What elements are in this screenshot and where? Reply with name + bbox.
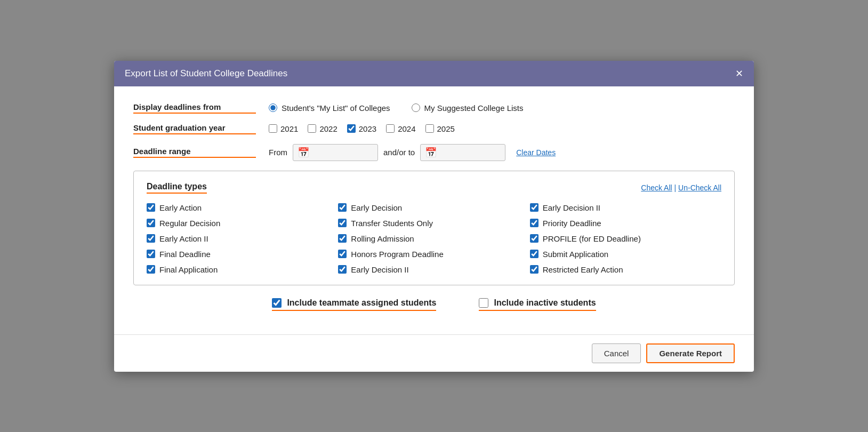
year-2021-input[interactable] <box>269 124 277 133</box>
dt-early-action: Early Action <box>147 203 338 212</box>
year-2023-input[interactable] <box>347 124 356 133</box>
radio-my-list-input[interactable] <box>269 103 277 112</box>
dt-honors-program-label: Honors Program Deadline <box>351 250 443 259</box>
dt-submit-application: Submit Application <box>530 250 721 259</box>
dt-rolling-admission-input[interactable] <box>338 234 347 243</box>
dt-honors-program: Honors Program Deadline <box>338 250 529 259</box>
date-from-input[interactable] <box>312 148 366 157</box>
dt-early-decision-ii-col2: Early Decision II <box>338 265 529 274</box>
year-2022-input[interactable] <box>308 124 316 133</box>
dt-rolling-admission: Rolling Admission <box>338 234 529 243</box>
deadline-types-box: Deadline types Check All | Un-Check All … <box>133 171 735 285</box>
modal-body: Display deadlines from Student's "My Lis… <box>114 86 754 334</box>
dt-early-action-ii-label: Early Action II <box>159 234 208 243</box>
dt-early-decision-ii-col3-label: Early Decision II <box>543 203 600 212</box>
graduation-year-options: 2021 2022 2023 2024 2025 <box>269 124 455 133</box>
year-2023-label: 2023 <box>359 124 376 133</box>
year-2024-label: 2024 <box>398 124 415 133</box>
dt-early-decision-input[interactable] <box>338 203 347 212</box>
year-2025-input[interactable] <box>425 124 434 133</box>
year-2021-label: 2021 <box>280 124 298 133</box>
dt-final-application-input[interactable] <box>147 265 155 274</box>
deadline-types-col1: Early Action Regular Decision Early Acti… <box>147 203 338 274</box>
dt-early-action-label: Early Action <box>159 203 202 212</box>
include-teammate-underline <box>272 310 436 311</box>
dt-regular-decision-input[interactable] <box>147 219 155 227</box>
check-all-links: Check All | Un-Check All <box>641 183 721 192</box>
dt-final-deadline-input[interactable] <box>147 250 155 258</box>
date-to-input[interactable] <box>440 148 493 157</box>
and-or-to-label: and/or to <box>383 148 415 157</box>
dt-rolling-admission-label: Rolling Admission <box>351 234 414 243</box>
dt-honors-program-input[interactable] <box>338 250 347 258</box>
date-to-input-wrap: 📅 <box>420 144 505 161</box>
year-2024[interactable]: 2024 <box>386 124 415 133</box>
dt-profile-ed-label: PROFILE (for ED Deadline) <box>543 234 641 243</box>
modal-container: Export List of Student College Deadlines… <box>114 61 754 372</box>
dt-early-action-input[interactable] <box>147 203 155 212</box>
display-deadlines-options: Student's "My List" of Colleges My Sugge… <box>269 103 524 113</box>
deadline-range-label: Deadline range <box>133 147 256 158</box>
dt-early-decision-label: Early Decision <box>351 203 402 212</box>
check-all-link[interactable]: Check All <box>641 183 672 192</box>
modal-header: Export List of Student College Deadlines… <box>114 61 754 86</box>
include-inactive-label: Include inactive students <box>494 298 596 308</box>
dt-profile-ed-input[interactable] <box>530 234 539 243</box>
dt-early-decision-ii-col3-input[interactable] <box>530 203 539 212</box>
dt-early-action-ii-input[interactable] <box>147 234 155 243</box>
radio-suggested-input[interactable] <box>412 103 420 112</box>
include-teammate-row: Include teammate assigned students <box>272 298 436 308</box>
include-inactive-input[interactable] <box>479 298 488 308</box>
dt-submit-application-label: Submit Application <box>543 250 608 259</box>
calendar-to-icon: 📅 <box>425 147 437 158</box>
year-2023[interactable]: 2023 <box>347 124 376 133</box>
year-2025-label: 2025 <box>437 124 455 133</box>
radio-my-list[interactable]: Student's "My List" of Colleges <box>269 103 390 113</box>
deadline-types-grid: Early Action Regular Decision Early Acti… <box>147 203 721 274</box>
dt-transfer-students-input[interactable] <box>338 219 347 227</box>
modal-title: Export List of Student College Deadlines <box>125 68 287 79</box>
year-2022[interactable]: 2022 <box>308 124 337 133</box>
modal-footer: Cancel Generate Report <box>114 334 754 372</box>
dt-submit-application-input[interactable] <box>530 250 539 258</box>
graduation-year-label: Student graduation year <box>133 123 256 134</box>
dt-priority-deadline: Priority Deadline <box>530 219 721 228</box>
dt-priority-deadline-label: Priority Deadline <box>543 219 601 228</box>
dt-early-decision-ii-col2-input[interactable] <box>338 265 347 274</box>
dt-final-deadline-label: Final Deadline <box>159 250 211 259</box>
deadline-types-col2: Early Decision Transfer Students Only Ro… <box>338 203 529 274</box>
date-from-input-wrap: 📅 <box>293 144 378 161</box>
radio-suggested[interactable]: My Suggested College Lists <box>412 103 524 113</box>
deadline-types-col3: Early Decision II Priority Deadline PROF… <box>530 203 721 274</box>
dt-regular-decision-label: Regular Decision <box>159 219 220 228</box>
uncheck-all-link[interactable]: Un-Check All <box>678 183 721 192</box>
dt-early-decision-ii-col2-label: Early Decision II <box>351 265 408 274</box>
graduation-year-row: Student graduation year 2021 2022 2023 2… <box>133 123 735 134</box>
radio-suggested-label: My Suggested College Lists <box>424 103 524 113</box>
dt-early-decision: Early Decision <box>338 203 529 212</box>
year-2024-input[interactable] <box>386 124 395 133</box>
dt-final-application-label: Final Application <box>159 265 218 274</box>
dt-priority-deadline-input[interactable] <box>530 219 539 227</box>
deadline-range-row: Deadline range From 📅 and/or to 📅 Clear … <box>133 144 735 161</box>
include-teammate-item: Include teammate assigned students <box>272 298 436 311</box>
cancel-button[interactable]: Cancel <box>592 343 641 363</box>
year-2025[interactable]: 2025 <box>425 124 455 133</box>
include-inactive-row: Include inactive students <box>479 298 596 308</box>
bottom-checkboxes: Include teammate assigned students Inclu… <box>133 298 735 311</box>
dt-restricted-early-action-input[interactable] <box>530 265 539 274</box>
generate-report-button[interactable]: Generate Report <box>646 343 735 363</box>
dt-transfer-students: Transfer Students Only <box>338 219 529 228</box>
dt-restricted-early-action-label: Restricted Early Action <box>543 265 623 274</box>
include-inactive-underline <box>479 310 596 311</box>
include-teammate-label: Include teammate assigned students <box>287 298 436 308</box>
include-teammate-input[interactable] <box>272 298 282 308</box>
close-button[interactable]: ✕ <box>735 69 743 78</box>
clear-dates-link[interactable]: Clear Dates <box>516 148 556 157</box>
year-2021[interactable]: 2021 <box>269 124 298 133</box>
include-inactive-item: Include inactive students <box>479 298 596 311</box>
dt-early-decision-ii-col3: Early Decision II <box>530 203 721 212</box>
pipe-separator: | <box>674 183 679 192</box>
deadline-types-title: Deadline types <box>147 182 207 194</box>
calendar-from-icon: 📅 <box>298 147 309 158</box>
